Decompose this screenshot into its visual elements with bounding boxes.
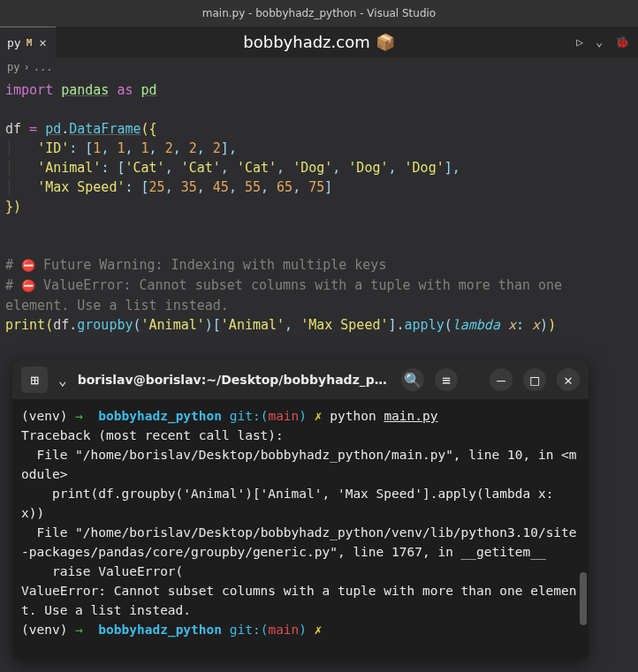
git-close: ) — [299, 623, 307, 637]
run-button[interactable]: ▷ — [576, 35, 583, 49]
fn-print: print — [5, 317, 45, 333]
git-label: git:( — [230, 409, 269, 423]
terminal-titlebar: ⊞ ⌄ borislav@borislav:~/Desktop/bobbyhad… — [12, 360, 589, 399]
comment-line: Future Warning: Indexing with multiple k… — [35, 257, 386, 273]
page-overlay-title: bobbyhadz.com 📦 — [243, 33, 394, 51]
terminal-body[interactable]: (venv) → bobbyhadz_python git:(main) ✗ p… — [12, 399, 589, 646]
num: 35 — [181, 179, 197, 195]
lbrack: [ — [213, 317, 221, 333]
str-speed: 'Max Speed' — [300, 317, 388, 333]
num: 55 — [245, 179, 261, 195]
rbrack: ] — [444, 160, 452, 176]
search-icon[interactable]: 🔍 — [401, 368, 424, 391]
breadcrumb-more: ... — [34, 61, 53, 73]
fn-groupby: groupby — [77, 317, 133, 333]
git-branch: main — [268, 409, 299, 423]
code-editor[interactable]: import pandas as pd df = pd.DataFrame({ … — [0, 77, 638, 338]
breadcrumb[interactable]: py › ... — [0, 57, 638, 77]
lbrack: [ — [141, 179, 149, 195]
alias-pd: pd — [141, 82, 157, 98]
window-titlebar: main.py - bobbyhadz_python - Visual Stud… — [0, 0, 638, 26]
colon: : — [101, 160, 109, 176]
tab-filename: py — [7, 36, 21, 49]
venv-label: (venv) — [21, 623, 67, 637]
lparen: ( — [45, 317, 53, 333]
num: 25 — [149, 179, 165, 195]
comma: , — [285, 317, 292, 333]
maximize-button[interactable]: □ — [523, 368, 546, 391]
comma: , — [173, 140, 181, 156]
lbrack: [ — [85, 140, 93, 156]
rparen: ) — [548, 317, 556, 333]
debug-icon[interactable]: 🐞 — [615, 35, 629, 49]
chevron-right-icon: › — [23, 61, 29, 73]
run-controls: ▷ ⌄ 🐞 — [576, 35, 629, 49]
rbrack: ] — [389, 317, 397, 333]
colon: : — [125, 179, 133, 195]
git-label: git:( — [230, 623, 269, 637]
str-cat: 'Cat' — [237, 160, 277, 176]
key-speed: 'Max Speed' — [37, 179, 125, 195]
num: 2 — [213, 140, 221, 156]
keyword-lambda: lambda — [452, 317, 500, 333]
tab-bar: py M ✕ bobbyhadz.com 📦 ▷ ⌄ 🐞 — [0, 26, 638, 57]
venv-label: (venv) — [21, 409, 67, 423]
fn-dataframe: DataFrame — [69, 121, 141, 137]
command-arg: main.py — [384, 409, 437, 423]
str-animal: 'Animal' — [141, 317, 205, 333]
rbrace: } — [5, 199, 13, 215]
num: 2 — [189, 140, 197, 156]
comma: , — [165, 160, 173, 176]
dirty-icon: ✗ — [315, 409, 323, 423]
no-entry-icon: ⛔ — [21, 279, 35, 292]
new-tab-button[interactable]: ⊞ — [21, 366, 48, 393]
rparen: ) — [13, 199, 21, 215]
git-close: ) — [299, 409, 307, 423]
rparen: ) — [205, 317, 213, 333]
comma: , — [165, 179, 173, 195]
terminal-title: borislav@borislav:~/Desktop/bobbyhadz_py… — [78, 373, 391, 387]
lparen: ( — [141, 121, 149, 137]
num: 45 — [213, 179, 229, 195]
op-eq: = — [29, 121, 37, 137]
terminal-scrollbar[interactable] — [580, 572, 587, 625]
minimize-button[interactable]: – — [490, 368, 513, 391]
close-button[interactable]: ✕ — [557, 368, 580, 391]
terminal-window: ⊞ ⌄ borislav@borislav:~/Desktop/bobbyhad… — [12, 360, 589, 661]
chevron-down-icon[interactable]: ⌄ — [58, 372, 67, 389]
comma: , — [197, 140, 205, 156]
param-x: x — [508, 317, 516, 333]
hash: # — [5, 257, 13, 273]
comma: , — [197, 179, 205, 195]
rbrack: ] — [324, 179, 332, 195]
comma: , — [229, 140, 237, 156]
var-df: df — [53, 317, 69, 333]
comma: , — [452, 160, 460, 176]
key-animal: 'Animal' — [37, 160, 101, 176]
str-cat: 'Cat' — [181, 160, 221, 176]
lparen: ( — [444, 317, 452, 333]
keyword-as: as — [117, 82, 133, 98]
package-icon: 📦 — [376, 33, 395, 51]
num: 1 — [141, 140, 149, 156]
num: 2 — [165, 140, 173, 156]
module-pandas: pandas — [61, 82, 109, 98]
str-dog: 'Dog' — [405, 160, 444, 176]
prompt-arrow-icon: → — [75, 623, 83, 637]
overlay-text: bobbyhadz.com — [243, 33, 369, 51]
terminal-output: Traceback (most recent call last): File … — [21, 428, 577, 617]
menu-icon[interactable]: ≡ — [435, 368, 458, 391]
dot: . — [61, 121, 69, 137]
lbrace: { — [149, 121, 157, 137]
str-dog: 'Dog' — [292, 160, 332, 176]
comma: , — [292, 179, 300, 195]
ref-pd: pd — [45, 121, 61, 137]
editor-tab[interactable]: py M ✕ — [0, 26, 56, 57]
git-branch: main — [268, 623, 299, 637]
num: 65 — [277, 179, 292, 195]
comma: , — [261, 179, 269, 195]
rparen: ) — [540, 317, 548, 333]
run-dropdown-chevron-icon[interactable]: ⌄ — [596, 35, 603, 49]
comma: , — [101, 140, 109, 156]
close-icon[interactable]: ✕ — [37, 35, 48, 49]
